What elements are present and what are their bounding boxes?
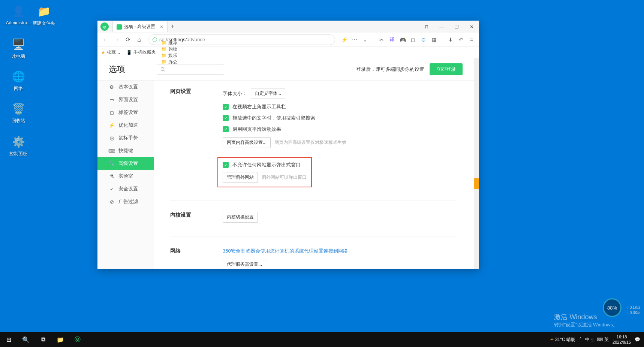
game-icon[interactable]: 🎮 [398, 35, 407, 44]
desktop-icon[interactable]: 👤Administra... [5, 4, 31, 25]
desktop-icon-label: 网络 [5, 85, 31, 92]
login-prompt: 登录后，即可多端同步你的设置 [356, 66, 424, 73]
settings-header: 选项 登录后，即可多端同步你的设置 立即登录 [97, 58, 474, 81]
desktop-glyph-icon: 🖥️ [11, 37, 26, 52]
manage-exception-button[interactable]: 管理例外网站 [223, 172, 258, 183]
tab-title: 选项 - 高级设置 [124, 24, 155, 30]
sidebar-item-label: 广告过滤 [118, 198, 138, 205]
sidebar-item[interactable]: ▭界面设置 [97, 93, 154, 106]
more-icon[interactable]: ⋯ [350, 35, 359, 44]
section-network-title: 网络 [170, 248, 223, 269]
checkbox-drag-search[interactable]: ✓ [223, 115, 229, 121]
desktop-glyph-icon: 👤 [11, 4, 26, 19]
weather-widget[interactable]: ☀ 31°C 晴朗 [550, 337, 576, 343]
star-icon: ★ [101, 50, 105, 55]
proxy-settings-button[interactable]: 代理服务器设置... [223, 259, 266, 269]
activation-watermark: 激活 Windows 转到"设置"以激活 Windows。 [554, 313, 618, 328]
sidebar-item[interactable]: 🔧高级设置 [97, 157, 154, 170]
tab-settings[interactable]: 选项 - 高级设置 ✕ [112, 21, 168, 32]
undo-icon[interactable]: ↶ [457, 35, 466, 44]
sidebar-item[interactable]: ⚗实验室 [97, 170, 154, 182]
checkbox-block-popup[interactable]: ✓ [223, 162, 229, 168]
checkbox-toolbar[interactable]: ✓ [223, 104, 229, 110]
tab-close-icon[interactable]: ✕ [160, 24, 163, 30]
search-button[interactable]: 🔍 [17, 332, 34, 347]
sidebar-item-label: 优化加速 [118, 122, 138, 129]
sidebar-item[interactable]: ✓安全设置 [97, 182, 154, 195]
back-button[interactable]: ← [100, 35, 110, 45]
desktop-glyph-icon: ⚙️ [11, 134, 26, 149]
desktop-icon-label: 此电脑 [5, 53, 31, 60]
desktop-icon[interactable]: ⚙️控制面板 [5, 134, 31, 157]
bookmark-folder[interactable]: 📁娱乐 [161, 52, 177, 59]
settings-main: 网页设置 字体大小： 自定义字体... ✓在视频右上角显示工具栏 ✓拖放选中的文… [154, 81, 474, 269]
desktop-icon[interactable]: 📁新建文件夹 [31, 4, 57, 27]
search-icon [160, 67, 165, 72]
browser-taskbar-icon[interactable]: ⓔ [69, 332, 86, 347]
clock[interactable]: 16:18 2022/8/15 [613, 334, 631, 345]
sidebar-item-icon: ✓ [109, 186, 115, 192]
sidebar-item[interactable]: ◻标签设置 [97, 106, 154, 119]
start-button[interactable]: ⊞ [0, 332, 17, 347]
bookmark-fav[interactable]: ★收藏 ⌄ [101, 49, 121, 55]
menu-icon[interactable]: ≡ [467, 35, 476, 44]
sidebar-item[interactable]: ⚡优化加速 [97, 119, 154, 132]
translate-icon[interactable]: 译 [388, 35, 397, 44]
taskview-button[interactable]: ⧉ [34, 332, 52, 347]
desktop-icon[interactable]: 🌐网络 [5, 69, 31, 92]
taskbar: ⊞ 🔍 ⧉ 📁 ⓔ ☀ 31°C 晴朗 ˄ 中 ㄓ ⌨ 英 16:18 2022… [0, 332, 644, 347]
login-button[interactable]: 立即登录 [430, 63, 463, 75]
download-icon[interactable]: ⬇ [446, 35, 455, 44]
folder-icon: 📁 [161, 46, 167, 52]
search-input[interactable] [157, 64, 224, 75]
sidebar-item[interactable]: ◎鼠标手势 [97, 132, 154, 144]
explorer-taskbar-icon[interactable]: 📁 [52, 332, 69, 347]
font-size-label: 字体大小： [223, 90, 247, 97]
ime-indicator[interactable]: 中 ㄓ ⌨ 英 [585, 337, 609, 343]
close-button[interactable]: ✕ [464, 21, 479, 33]
settings-sidebar: ⚙基本设置▭界面设置◻标签设置⚡优化加速◎鼠标手势⌨快捷键🔧高级设置⚗实验室✓安… [97, 81, 154, 269]
sidebar-item-icon: ▭ [109, 97, 115, 103]
checkbox-smooth-scroll[interactable]: ✓ [223, 126, 229, 132]
sidebar-item-label: 鼠标手势 [118, 135, 138, 141]
forward-button[interactable]: → [112, 35, 121, 45]
tab-favicon-icon [117, 24, 122, 30]
custom-font-button[interactable]: 自定义字体... [251, 88, 285, 99]
bookmark-mobile[interactable]: 📱手机收藏夹 [126, 49, 156, 55]
desktop-icon-label: 回收站 [5, 118, 31, 124]
sidebar-item-icon: ◎ [109, 135, 115, 141]
browser-window: e 选项 - 高级设置 ✕ + ⊓ — ☐ ✕ ← → ⟳ ⌂ se://set… [97, 21, 479, 269]
sidebar-item[interactable]: ⌨快捷键 [97, 144, 154, 157]
sidebar-item-icon: ⚡ [109, 123, 115, 128]
sidebar-item-label: 基本设置 [118, 84, 138, 90]
bookmark-folder[interactable]: 📁购物 [161, 46, 177, 52]
titlebar: e 选项 - 高级设置 ✕ + ⊓ — ☐ ✕ [97, 21, 479, 33]
reload-button[interactable]: ⟳ [123, 35, 133, 45]
minimize-button[interactable]: — [434, 21, 449, 33]
bookmark-folder[interactable]: 📁推荐 [161, 40, 177, 46]
grid-icon[interactable]: ▦ [430, 35, 439, 44]
tray-chevron-icon[interactable]: ˄ [579, 337, 581, 342]
content-advanced-hint: 网页内容高级设置仅对极速模式生效 [274, 139, 346, 146]
notification-icon[interactable]: 💬 [635, 337, 640, 342]
sidebar-item-label: 实验室 [118, 173, 133, 179]
sidebar-item[interactable]: ⚙基本设置 [97, 81, 154, 93]
chevron-down-icon[interactable]: ⌄ [361, 35, 370, 44]
minus-circle-icon[interactable]: ⊖ [419, 35, 428, 44]
box-icon[interactable]: ◻ [409, 35, 418, 44]
sidebar-item-icon: ⚙ [109, 84, 115, 90]
home-button[interactable]: ⌂ [134, 35, 144, 45]
kernel-switch-button[interactable]: 内核切换设置 [223, 212, 258, 223]
browser-extra-icon[interactable]: ⊓ [419, 21, 434, 33]
maximize-button[interactable]: ☐ [449, 21, 464, 33]
sidebar-item-label: 安全设置 [118, 185, 138, 192]
desktop-icon[interactable]: 🖥️此电脑 [5, 37, 31, 60]
section-webpage-title: 网页设置 [170, 88, 223, 191]
desktop-icon[interactable]: 🗑️回收站 [5, 101, 31, 124]
scrollbar[interactable] [474, 58, 479, 269]
flash-icon[interactable]: ⚡ [340, 35, 349, 44]
content-advanced-button[interactable]: 网页内容高级设置... [223, 137, 271, 148]
sidebar-item[interactable]: ⊘广告过滤 [97, 195, 154, 208]
cut-icon[interactable]: ✂ [377, 35, 386, 44]
new-tab-button[interactable]: + [168, 21, 178, 31]
